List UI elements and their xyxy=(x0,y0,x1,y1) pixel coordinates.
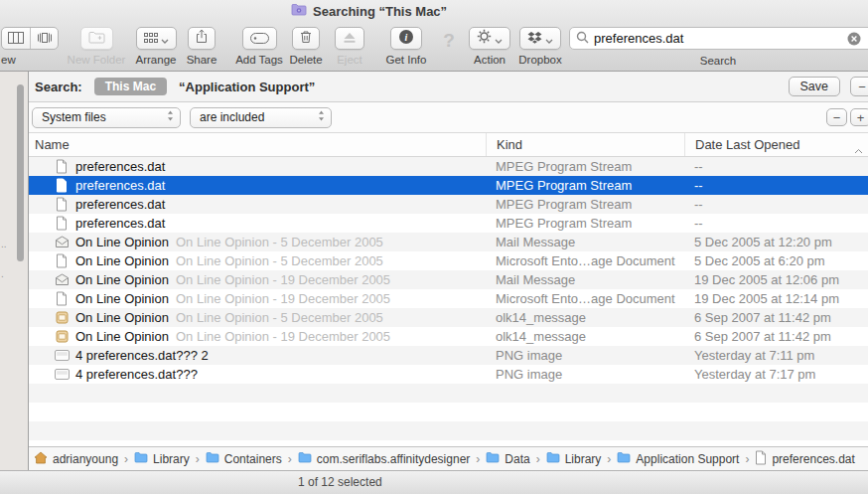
arrange-button[interactable]: Arrange xyxy=(130,27,182,66)
help-button[interactable]: ? xyxy=(440,29,458,52)
sidebar-scrollbar[interactable] xyxy=(17,84,24,261)
save-search-button[interactable]: Save xyxy=(789,77,841,96)
columns-view-button[interactable] xyxy=(2,28,30,49)
folder-icon xyxy=(617,451,631,466)
window-title: Searching “This Mac” xyxy=(291,3,447,19)
search-label: Search xyxy=(569,55,867,67)
sidebar-item-fragment[interactable]: .. xyxy=(1,239,7,249)
breadcrumb-item[interactable]: Library xyxy=(546,451,602,466)
file-name-cell: 4 preferences.dat??? 2 xyxy=(29,346,486,365)
table-row[interactable]: 4 preferences.dat???PNG imageYesterday a… xyxy=(29,365,868,384)
table-row[interactable]: On Line OpinionOn Line Opinion - 19 Dece… xyxy=(29,289,868,308)
breadcrumb-item[interactable]: Library xyxy=(134,451,190,466)
breadcrumb-separator-icon: › xyxy=(124,452,128,466)
file-name-cell: On Line OpinionOn Line Opinion - 19 Dece… xyxy=(29,270,486,289)
search-icon xyxy=(576,30,589,48)
png-icon xyxy=(54,350,70,361)
dropbox-button[interactable]: Dropbox xyxy=(514,27,566,66)
file-subtitle: On Line Opinion - 5 December 2005 xyxy=(176,235,383,249)
file-name-cell: preferences.dat xyxy=(29,157,486,176)
column-header-kind[interactable]: Kind xyxy=(486,133,684,156)
get-info-button[interactable]: i Get Info xyxy=(382,27,430,66)
png-icon xyxy=(54,369,70,380)
file-subtitle: On Line Opinion - 19 December 2005 xyxy=(176,291,390,306)
table-row[interactable]: On Line OpinionOn Line Opinion - 5 Decem… xyxy=(29,233,868,251)
file-kind: Mail Message xyxy=(486,272,684,287)
chevron-down-icon xyxy=(545,30,553,48)
file-name-cell: preferences.dat xyxy=(29,176,486,195)
table-row[interactable]: preferences.datMPEG Program Stream-- xyxy=(29,214,868,233)
sidebar-item-fragment[interactable]: . xyxy=(1,268,4,279)
new-folder-button[interactable]: New Folder xyxy=(66,27,127,66)
breadcrumb-separator-icon: › xyxy=(607,452,611,466)
table-row[interactable]: On Line OpinionOn Line Opinion - 5 Decem… xyxy=(29,251,868,270)
breadcrumb-item[interactable]: Data xyxy=(486,451,529,466)
scope-this-mac-button[interactable]: This Mac xyxy=(94,78,167,95)
document-icon xyxy=(54,197,70,212)
breadcrumb-item[interactable]: Application Support xyxy=(617,451,739,466)
file-name-cell: On Line OpinionOn Line Opinion - 19 Dece… xyxy=(29,289,486,308)
scope-context-button[interactable]: “Application Support” xyxy=(179,80,315,94)
table-row[interactable]: On Line OpinionOn Line Opinion - 19 Dece… xyxy=(29,327,868,346)
table-row[interactable]: 4 preferences.dat??? 2PNG imageYesterday… xyxy=(29,346,868,365)
file-kind: olk14_message xyxy=(486,310,684,325)
remove-filter-button[interactable]: − xyxy=(826,108,847,126)
file-date: 6 Sep 2007 at 11:42 pm xyxy=(684,310,868,325)
window-body: .. . Search: This Mac “Application Suppo… xyxy=(0,72,868,470)
table-row[interactable]: preferences.datMPEG Program Stream-- xyxy=(29,195,868,214)
file-name: preferences.dat xyxy=(75,178,165,193)
breadcrumb-separator-icon: › xyxy=(536,452,540,466)
share-button[interactable]: Share xyxy=(182,27,221,66)
filter-attribute-select[interactable]: System files xyxy=(32,107,181,128)
share-icon xyxy=(196,29,208,48)
file-kind: MPEG Program Stream xyxy=(486,197,684,212)
table-row[interactable]: preferences.datMPEG Program Stream-- xyxy=(29,157,868,176)
file-kind: Microsoft Ento…age Document xyxy=(486,291,684,306)
breadcrumb-separator-icon: › xyxy=(196,452,200,466)
window-chrome: Searching “This Mac” ew New Folder Arran… xyxy=(0,0,868,72)
search-field[interactable] xyxy=(569,27,868,50)
file-name: 4 preferences.dat??? 2 xyxy=(75,348,209,363)
file-name: 4 preferences.dat??? xyxy=(75,367,198,382)
main-pane: Search: This Mac “Application Support” S… xyxy=(29,72,868,470)
window-title-text: Searching “This Mac” xyxy=(313,4,447,19)
document-icon xyxy=(755,450,767,468)
document-icon xyxy=(54,291,70,306)
breadcrumb-item[interactable]: adrianyoung xyxy=(34,451,118,467)
add-filter-button[interactable]: + xyxy=(850,108,868,126)
breadcrumb-label: Containers xyxy=(224,452,282,466)
filter-condition-select[interactable]: are included xyxy=(190,107,332,128)
help-icon: ? xyxy=(443,30,455,51)
breadcrumb-item[interactable]: preferences.dat xyxy=(755,450,854,468)
coverflow-view-button[interactable] xyxy=(30,28,58,49)
table-row[interactable]: On Line OpinionOn Line Opinion - 5 Decem… xyxy=(29,308,868,327)
title-bar[interactable]: Searching “This Mac” xyxy=(0,0,868,22)
column-header-name[interactable]: Name xyxy=(29,137,486,152)
breadcrumb-label: adrianyoung xyxy=(53,452,118,466)
table-row[interactable]: preferences.datMPEG Program Stream-- xyxy=(29,176,868,195)
arrange-icon xyxy=(144,30,158,48)
file-name: On Line Opinion xyxy=(75,329,169,344)
file-date: 5 Dec 2005 at 12:20 pm xyxy=(684,235,868,249)
remove-scope-button[interactable]: − xyxy=(850,77,868,96)
breadcrumb-item[interactable]: Containers xyxy=(206,451,282,466)
breadcrumb-item[interactable]: com.seriflabs.affinitydesigner xyxy=(298,451,471,466)
action-button[interactable]: Action xyxy=(466,27,513,66)
search-filter-bar: System files are included − + xyxy=(29,102,868,133)
table-row[interactable]: On Line OpinionOn Line Opinion - 19 Dece… xyxy=(29,270,868,289)
file-date: 19 Dec 2005 at 12:14 pm xyxy=(684,291,868,306)
search-input[interactable] xyxy=(594,31,822,46)
stepper-icon xyxy=(318,110,325,124)
file-name: preferences.dat xyxy=(75,197,165,212)
breadcrumb-label: Data xyxy=(505,452,529,466)
clear-search-icon[interactable] xyxy=(847,32,861,50)
add-tags-button[interactable]: Add Tags xyxy=(231,27,287,66)
eject-button[interactable]: Eject xyxy=(331,27,368,66)
breadcrumb-label: com.seriflabs.affinitydesigner xyxy=(317,452,471,466)
mail-icon xyxy=(54,273,70,286)
delete-button[interactable]: Delete xyxy=(285,27,327,66)
file-name: On Line Opinion xyxy=(75,310,169,325)
column-header-date[interactable]: Date Last Opened xyxy=(684,133,868,156)
column-headers: Name Kind Date Last Opened xyxy=(29,133,868,157)
file-date: -- xyxy=(684,178,868,193)
